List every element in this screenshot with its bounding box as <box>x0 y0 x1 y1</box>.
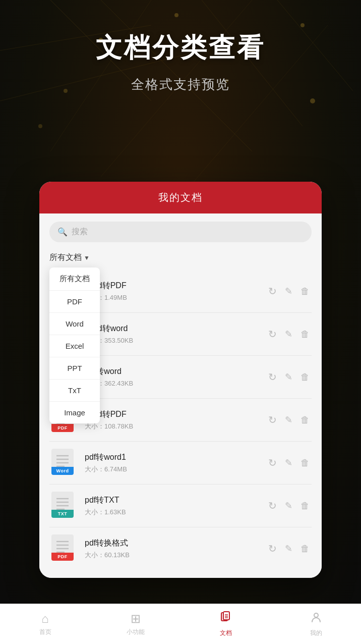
svg-point-57 <box>314 613 318 617</box>
document-card: 我的文档 🔍 搜索 所有文档 ▼ 所有文档 PDF Word Excel PPT… <box>39 182 322 578</box>
file-item[interactable]: Word pdf转word1 大小：6.74MB ↻ ✎ 🗑 <box>49 442 312 485</box>
dropdown-item-word[interactable]: Word <box>49 313 100 335</box>
file-size: 大小：362.43KB <box>85 379 264 388</box>
docs-label: 文档 <box>220 629 232 637</box>
hero-title: 文档分类查看 <box>0 30 361 66</box>
file-icon-paper: Word <box>51 449 74 475</box>
file-name: pdf转word1 <box>85 452 264 463</box>
card-body: 🔍 搜索 所有文档 ▼ 所有文档 PDF Word Excel PPT TxT … <box>39 213 322 578</box>
file-size: 大小：108.78KB <box>85 422 264 431</box>
refresh-icon[interactable]: ↻ <box>268 285 277 297</box>
file-size: 大小：60.13KB <box>85 551 264 560</box>
filter-arrow-icon: ▼ <box>84 254 90 261</box>
home-icon: ⌂ <box>41 612 49 626</box>
svg-point-16 <box>38 124 42 128</box>
nav-item-profile[interactable]: 我的 <box>271 611 361 637</box>
file-actions: ↻ ✎ 🗑 <box>268 414 310 426</box>
file-info: pdf转word1 大小：6.74MB <box>85 452 264 474</box>
refresh-icon[interactable]: ↻ <box>268 371 277 383</box>
file-type-badge: TXT <box>51 510 74 518</box>
nav-item-tools[interactable]: ⊞ 小功能 <box>90 612 180 636</box>
file-info: pdf转word 大小：362.43KB <box>85 366 264 388</box>
file-icon-wrap: PDF <box>51 534 78 563</box>
file-actions: ↻ ✎ 🗑 <box>268 371 310 383</box>
search-bar[interactable]: 🔍 搜索 <box>49 222 312 242</box>
hero-subtitle: 全格式支持预览 <box>0 76 361 93</box>
search-icon: 🔍 <box>57 227 68 237</box>
file-actions: ↻ ✎ 🗑 <box>268 457 310 469</box>
edit-icon[interactable]: ✎ <box>285 329 292 340</box>
file-name: word转PDF <box>85 281 264 291</box>
file-type-badge: Word <box>51 467 74 475</box>
file-name: pdf转换格式 <box>85 538 264 549</box>
file-icon-wrap: Word <box>51 449 78 477</box>
docs-icon <box>219 611 232 627</box>
refresh-icon[interactable]: ↻ <box>268 500 277 512</box>
hero-section: 文档分类查看 全格式支持预览 <box>0 0 361 93</box>
card-header-title: 我的文档 <box>49 191 312 204</box>
tools-label: 小功能 <box>127 628 145 636</box>
refresh-icon[interactable]: ↻ <box>268 414 277 426</box>
nav-item-docs[interactable]: 文档 <box>180 611 271 637</box>
profile-icon <box>310 611 323 627</box>
edit-icon[interactable]: ✎ <box>285 414 292 425</box>
filter-button[interactable]: 所有文档 ▼ <box>49 249 90 266</box>
svg-rect-53 <box>223 612 229 620</box>
delete-icon[interactable]: 🗑 <box>300 372 310 383</box>
file-name: pdf转word <box>85 366 264 377</box>
delete-icon[interactable]: 🗑 <box>300 458 310 468</box>
filter-label: 所有文档 <box>49 252 82 263</box>
file-item[interactable]: TXT pdf转TXT 大小：1.63KB ↻ ✎ 🗑 <box>49 485 312 527</box>
edit-icon[interactable]: ✎ <box>285 500 292 511</box>
file-name: word转PDF <box>85 409 264 420</box>
file-icon-wrap: TXT <box>51 492 78 520</box>
file-actions: ↻ ✎ 🗑 <box>268 285 310 297</box>
search-placeholder: 搜索 <box>72 227 88 237</box>
refresh-icon[interactable]: ↻ <box>268 457 277 469</box>
delete-icon[interactable]: 🗑 <box>300 501 310 511</box>
dropdown-item-txt[interactable]: TxT <box>49 380 100 402</box>
file-item[interactable]: PDF pdf转换格式 大小：60.13KB ↻ ✎ 🗑 <box>49 527 312 570</box>
file-size: 大小：6.74MB <box>85 465 264 474</box>
refresh-icon[interactable]: ↻ <box>268 543 277 555</box>
file-type-badge: PDF <box>51 424 74 432</box>
refresh-icon[interactable]: ↻ <box>268 328 277 340</box>
filter-dropdown: 所有文档 PDF Word Excel PPT TxT Image <box>49 267 100 423</box>
file-name: word转word <box>85 324 264 334</box>
bottom-nav: ⌂ 首页 ⊞ 小功能 文档 我的 <box>0 604 361 644</box>
file-size: 大小：353.50KB <box>85 336 264 345</box>
dropdown-item-excel[interactable]: Excel <box>49 335 100 357</box>
file-actions: ↻ ✎ 🗑 <box>268 543 310 555</box>
dropdown-item-all[interactable]: 所有文档 <box>49 267 100 291</box>
file-size: 大小：1.49MB <box>85 293 264 302</box>
file-size: 大小：1.63KB <box>85 508 264 517</box>
dropdown-item-ppt[interactable]: PPT <box>49 357 100 380</box>
edit-icon[interactable]: ✎ <box>285 371 292 383</box>
file-info: pdf转TXT 大小：1.63KB <box>85 495 264 517</box>
delete-icon[interactable]: 🗑 <box>300 544 310 554</box>
file-actions: ↻ ✎ 🗑 <box>268 328 310 340</box>
nav-item-home[interactable]: ⌂ 首页 <box>0 612 90 636</box>
card-header: 我的文档 <box>39 182 322 213</box>
delete-icon[interactable]: 🗑 <box>300 415 310 425</box>
edit-icon[interactable]: ✎ <box>285 286 292 297</box>
file-info: word转PDF 大小：108.78KB <box>85 409 264 431</box>
file-name: pdf转TXT <box>85 495 264 506</box>
edit-icon[interactable]: ✎ <box>285 543 292 554</box>
file-type-badge: PDF <box>51 553 74 561</box>
file-info: pdf转换格式 大小：60.13KB <box>85 538 264 560</box>
filter-row: 所有文档 ▼ 所有文档 PDF Word Excel PPT TxT Image <box>49 249 312 266</box>
delete-icon[interactable]: 🗑 <box>300 286 310 297</box>
tools-icon: ⊞ <box>131 612 141 626</box>
file-icon-paper: TXT <box>51 492 74 518</box>
file-icon-paper: PDF <box>51 534 74 561</box>
file-info: word转PDF 大小：1.49MB <box>85 281 264 302</box>
svg-point-14 <box>310 98 315 103</box>
home-label: 首页 <box>39 628 51 636</box>
delete-icon[interactable]: 🗑 <box>300 329 310 340</box>
edit-icon[interactable]: ✎ <box>285 457 292 468</box>
file-actions: ↻ ✎ 🗑 <box>268 500 310 512</box>
profile-label: 我的 <box>310 629 322 637</box>
dropdown-item-pdf[interactable]: PDF <box>49 291 100 313</box>
dropdown-item-image[interactable]: Image <box>49 402 100 423</box>
